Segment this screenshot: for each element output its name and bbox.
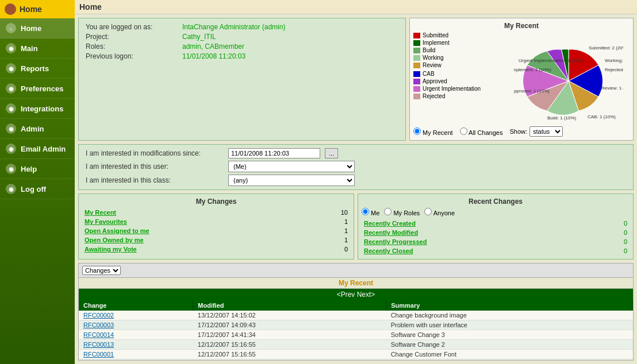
info-panel: You are logged on as: IntaChange Adminis… (78, 18, 406, 141)
change-cell[interactable]: RFC00003 (79, 320, 193, 330)
legend-color-submitted (413, 33, 420, 38)
legend-color-urgent (413, 86, 420, 92)
sidebar-item-home[interactable]: ⌂ Home (0, 18, 75, 38)
pie-chart-container: Working: 1 (10%) Rejected: 1 (10%) Revie… (508, 32, 630, 124)
recently-closed-count: 0 (601, 246, 630, 255)
legend-approved: Approved (413, 78, 505, 84)
radio-my-roles-label: My Roles (393, 210, 420, 216)
table-row: Recently Created 0 (362, 219, 630, 228)
sidebar-item-preferences[interactable]: ◉ Preferences (0, 79, 75, 99)
open-assigned-link[interactable]: Open Assigned to me (85, 227, 149, 234)
change-cell[interactable]: RFC00001 (79, 350, 193, 359)
chart-panel: My Recent Submitted Implement (409, 18, 634, 141)
sidebar-item-email-admin[interactable]: ◉ Email Admin (0, 139, 75, 159)
my-recent-count: 10 (312, 208, 350, 217)
change-cell[interactable]: RFC00002 (79, 311, 193, 320)
table-header-row: Change Modified Summary (79, 300, 633, 311)
change-cell[interactable]: RFC00014 (79, 330, 193, 340)
radio-anyone[interactable]: Anyone (424, 208, 455, 216)
recently-closed-link[interactable]: Recently Closed (364, 247, 413, 254)
admin-icon: ◉ (6, 123, 16, 134)
legend-label-review: Review (423, 62, 442, 68)
changes-section: My Changes My Recent 10 My Favourites 1 … (78, 193, 634, 260)
awaiting-vote-count: 0 (312, 245, 350, 254)
legend-color-approved (413, 79, 420, 84)
modified-cell: 17/12/2007 14:37:17 (193, 359, 386, 361)
radio-my-roles[interactable]: My Roles (384, 208, 420, 216)
radio-all-changes-label: All Changes (469, 129, 502, 136)
legend-build: Build (413, 47, 505, 53)
legend-urgent: Urgent Implementation (413, 86, 505, 92)
open-owned-count: 1 (312, 235, 350, 245)
bottom-section: Changes My Recent <Prev Next> Change Mod… (78, 263, 634, 361)
sidebar-item-main[interactable]: ◉ Main (0, 38, 75, 59)
sidebar-item-reports[interactable]: ◉ Reports (0, 59, 75, 79)
sidebar-item-label: Log off (21, 185, 46, 193)
radio-my-recent[interactable]: My Recent (413, 127, 453, 136)
recently-created-count: 0 (601, 219, 630, 228)
sidebar-item-admin[interactable]: ◉ Admin (0, 119, 75, 139)
logged-on-value: IntaChange Administrator (admin) (182, 23, 285, 31)
logoff-icon: ◉ (6, 184, 16, 194)
legend-color-review (413, 63, 420, 68)
radio-all-changes-input[interactable] (460, 127, 467, 135)
sidebar-item-help[interactable]: ◉ Help (0, 159, 75, 179)
filter-modifications-button[interactable]: ... (325, 148, 338, 158)
legend-color-implement (413, 40, 420, 46)
integrations-icon: ◉ (6, 103, 16, 114)
change-cell[interactable]: RFC00013 (79, 340, 193, 350)
radio-my-recent-input[interactable] (413, 127, 421, 135)
table-row: RFC00002 13/12/2007 14:15:02 Change back… (79, 311, 633, 320)
my-recent-link[interactable]: My Recent (85, 209, 116, 216)
sidebar-item-integrations[interactable]: ◉ Integrations (0, 99, 75, 119)
modified-cell: 17/12/2007 14:09:43 (193, 320, 386, 330)
table-row: RFC00001 12/12/2007 15:16:55 Change Cust… (79, 350, 633, 359)
modified-cell: 13/12/2007 14:15:02 (193, 311, 386, 320)
show-select[interactable]: status priority (529, 126, 563, 137)
open-owned-link[interactable]: Open Owned by me (85, 237, 144, 243)
svg-text:Working: 1 (10%): Working: 1 (10%) (605, 58, 623, 63)
table-row: Recently Closed 0 (362, 246, 630, 255)
roles-value: admin, CABmember (182, 42, 244, 51)
change-cell[interactable]: RFC00004 (79, 359, 193, 361)
svg-text:Urgent Implementation: 1 (10%): Urgent Implementation: 1 (10%) (519, 58, 584, 63)
table-row: RFC00004 17/12/2007 14:37:17 Task 4 (79, 359, 633, 361)
radio-me-label: Me (371, 210, 379, 216)
my-favourites-link[interactable]: My Favourites (85, 218, 127, 225)
recently-created-link[interactable]: Recently Created (364, 220, 416, 227)
sidebar-item-label: Integrations (21, 104, 63, 113)
radio-all-changes[interactable]: All Changes (460, 127, 503, 136)
sidebar-item-label: Preferences (21, 84, 63, 93)
legend-color-working (413, 55, 420, 61)
sidebar-item-label: Help (21, 165, 37, 173)
sidebar-item-logoff[interactable]: ◉ Log off (0, 179, 75, 199)
recent-radio-row: Me My Roles Anyone (362, 208, 630, 216)
recently-progressed-link[interactable]: Recently Progressed (364, 238, 427, 245)
previous-logon-row: Previous logon: 11/01/2008 11:20:03 (86, 52, 398, 60)
filter-modifications-input[interactable] (228, 148, 320, 158)
chart-title: My Recent (413, 22, 630, 30)
radio-me[interactable]: Me (362, 208, 379, 216)
changes-dropdown[interactable]: Changes (82, 266, 121, 275)
legend-label-rejected: Rejected (423, 93, 445, 99)
data-table-wrapper: Change Modified Summary RFC00002 13/12/2… (79, 300, 633, 360)
filter-user-select[interactable]: (Me) Anyone (228, 161, 355, 172)
table-row: Awaiting my Vote 0 (82, 245, 350, 254)
project-label: Project: (86, 33, 178, 41)
roles-label: Roles: (86, 42, 178, 51)
filter-class-select[interactable]: (any) RFC (228, 175, 355, 186)
main-content: You are logged on as: IntaChange Adminis… (75, 14, 637, 364)
awaiting-vote-link[interactable]: Awaiting my Vote (85, 246, 137, 253)
radio-my-roles-input[interactable] (384, 208, 392, 215)
radio-anyone-input[interactable] (424, 208, 432, 215)
col-modified: Modified (193, 300, 386, 311)
chart-controls: My Recent All Changes Show: status prior… (413, 126, 630, 137)
email-admin-icon: ◉ (6, 144, 16, 154)
prev-next-nav[interactable]: <Prev Next> (337, 291, 375, 299)
legend-submitted: Submitted (413, 32, 505, 38)
radio-me-input[interactable] (362, 208, 369, 215)
recently-modified-link[interactable]: Recently Modified (364, 229, 418, 236)
summary-cell: Problem with user interface (386, 320, 633, 330)
logged-on-label: You are logged on as: (86, 23, 178, 31)
table-row: Open Assigned to me 1 (82, 226, 350, 235)
